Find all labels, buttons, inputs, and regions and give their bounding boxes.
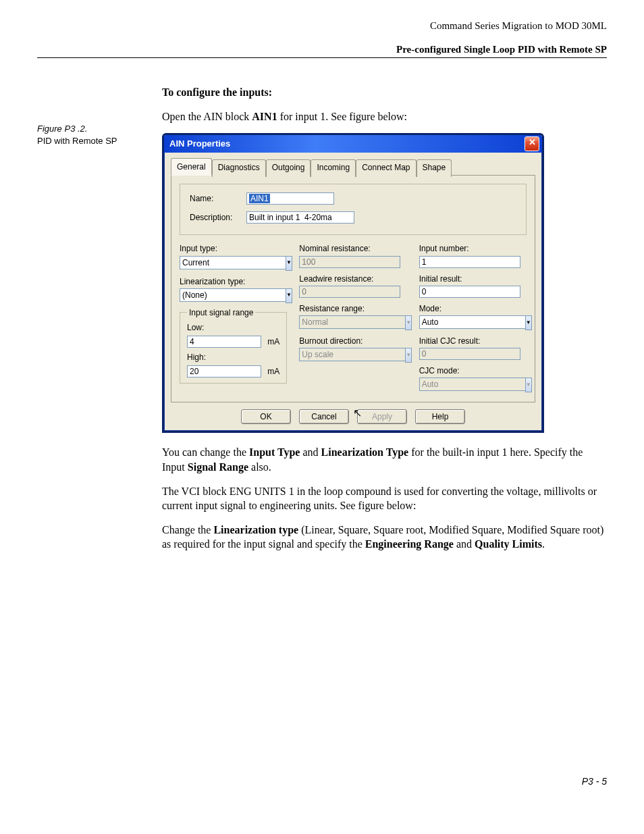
mode-label: Mode: (419, 303, 527, 314)
high-label: High: (187, 352, 279, 363)
high-unit: mA (267, 366, 279, 377)
close-button[interactable]: ✕ (525, 136, 539, 151)
section-header: Pre-configured Single Loop PID with Remo… (37, 44, 607, 58)
chevron-down-icon[interactable]: ▼ (286, 288, 292, 303)
page-number: P3 - 5 (582, 776, 607, 787)
low-label: Low: (187, 322, 279, 333)
linearization-type-combo[interactable]: ▼ (180, 288, 281, 303)
column-input: Input type: ▼ Linearization type: ▼ (180, 243, 287, 392)
cjc-mode-combo: ▼ (419, 377, 520, 392)
leadwire-resistance-field (299, 286, 400, 298)
figure-caption: PID with Remote SP (37, 135, 162, 147)
low-unit: mA (267, 336, 279, 347)
subsection-heading: To configure the inputs: (162, 85, 607, 100)
chevron-down-icon: ▼ (405, 315, 412, 330)
window-title: AIN Properties (169, 138, 230, 150)
nominal-resistance-label: Nominal resistance: (299, 243, 406, 254)
apply-button[interactable]: Apply (357, 409, 407, 424)
initial-cjc-result-field (419, 348, 520, 360)
cjc-mode-label: CJC mode: (419, 365, 527, 376)
tab-connect-map[interactable]: Connect Map (356, 159, 416, 177)
help-button[interactable]: Help (415, 409, 465, 424)
ain-properties-dialog: AIN Properties ✕ General Diagnostics Out… (162, 133, 544, 433)
initial-result-label: Initial result: (419, 273, 527, 284)
cancel-button[interactable]: Cancel (299, 409, 349, 424)
description-field[interactable] (246, 211, 354, 224)
tab-shape[interactable]: Shape (417, 159, 452, 177)
paragraph: You can change the Input Type and Linear… (162, 445, 607, 474)
tab-incoming[interactable]: Incoming (311, 159, 356, 177)
high-field[interactable] (187, 365, 261, 377)
input-number-label: Input number: (419, 243, 527, 254)
paragraph: Open the AIN block AIN1 for input 1. See… (162, 109, 607, 124)
mode-combo[interactable]: ▼ (419, 315, 520, 330)
running-header: Command Series Migration to MOD 30ML (37, 20, 607, 32)
burnout-direction-combo: ▼ (299, 348, 400, 363)
input-signal-range-legend: Input signal range (187, 307, 255, 318)
leadwire-resistance-label: Leadwire resistance: (299, 273, 406, 284)
chevron-down-icon: ▼ (525, 377, 532, 392)
chevron-down-icon[interactable]: ▼ (525, 315, 532, 330)
name-field[interactable]: AIN1 (246, 192, 334, 205)
input-type-combo[interactable]: ▼ (180, 256, 281, 271)
tab-outgoing[interactable]: Outgoing (266, 159, 311, 177)
column-resistance: Nominal resistance: Leadwire resistance:… (299, 243, 406, 392)
initial-cjc-result-label: Initial CJC result: (419, 336, 527, 346)
ok-button[interactable]: OK (241, 409, 291, 424)
column-misc: Input number: Initial result: Mode: ▼ In… (419, 243, 527, 392)
figure-label: Figure P3 .2. (37, 123, 162, 135)
input-number-field[interactable] (419, 256, 520, 268)
initial-result-field[interactable] (419, 286, 520, 298)
paragraph: The VCI block ENG UNITS 1 in the loop co… (162, 484, 607, 513)
burnout-direction-label: Burnout direction: (299, 336, 406, 346)
chevron-down-icon[interactable]: ▼ (286, 256, 292, 271)
nominal-resistance-field (299, 256, 400, 268)
resistance-range-combo: ▼ (299, 315, 400, 330)
tab-strip: General Diagnostics Outgoing Incoming Co… (171, 158, 535, 176)
titlebar[interactable]: AIN Properties ✕ (164, 135, 542, 153)
paragraph: Change the Linearization type (Linear, S… (162, 523, 607, 552)
input-signal-range-group: Input signal range Low: mA High: (180, 307, 287, 384)
figure-caption-block: Figure P3 .2. PID with Remote SP (37, 85, 162, 561)
input-type-label: Input type: (180, 243, 287, 254)
tab-diagnostics[interactable]: Diagnostics (212, 159, 266, 177)
linearization-type-label: Linearization type: (180, 276, 287, 287)
chevron-down-icon: ▼ (405, 348, 412, 363)
name-label: Name: (190, 193, 242, 204)
description-label: Description: (190, 212, 242, 223)
resistance-range-label: Resistance range: (299, 303, 406, 314)
low-field[interactable] (187, 336, 261, 348)
tab-general[interactable]: General (171, 158, 212, 176)
